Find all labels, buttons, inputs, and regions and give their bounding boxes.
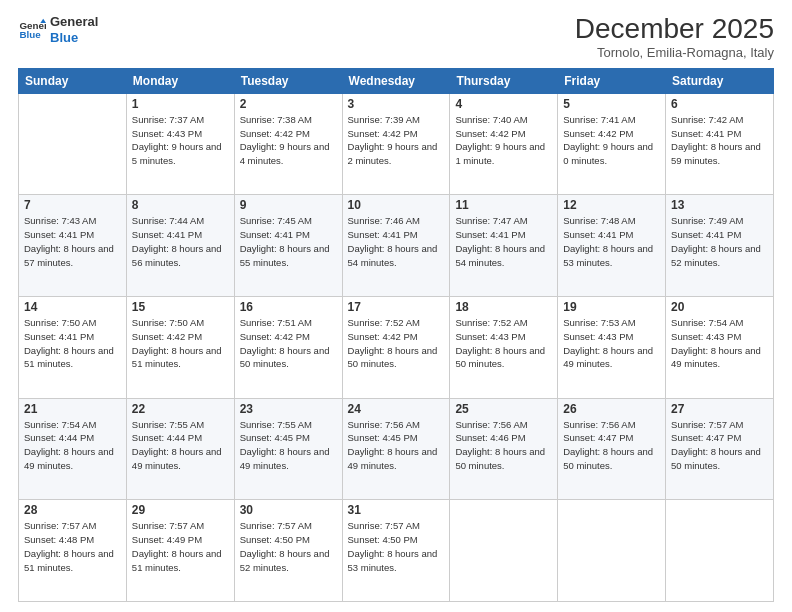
week-row-5: 28Sunrise: 7:57 AMSunset: 4:48 PMDayligh…	[19, 500, 774, 602]
day-cell: 2Sunrise: 7:38 AMSunset: 4:42 PMDaylight…	[234, 93, 342, 195]
calendar-table: SundayMondayTuesdayWednesdayThursdayFrid…	[18, 68, 774, 602]
day-cell: 25Sunrise: 7:56 AMSunset: 4:46 PMDayligh…	[450, 398, 558, 500]
day-number: 13	[671, 198, 768, 212]
day-cell: 6Sunrise: 7:42 AMSunset: 4:41 PMDaylight…	[666, 93, 774, 195]
day-cell: 15Sunrise: 7:50 AMSunset: 4:42 PMDayligh…	[126, 297, 234, 399]
header-wednesday: Wednesday	[342, 68, 450, 93]
day-info: Sunrise: 7:55 AMSunset: 4:44 PMDaylight:…	[132, 418, 229, 473]
day-cell	[558, 500, 666, 602]
day-cell: 4Sunrise: 7:40 AMSunset: 4:42 PMDaylight…	[450, 93, 558, 195]
page: General Blue General Blue December 2025 …	[0, 0, 792, 612]
week-row-1: 1Sunrise: 7:37 AMSunset: 4:43 PMDaylight…	[19, 93, 774, 195]
day-number: 5	[563, 97, 660, 111]
day-info: Sunrise: 7:40 AMSunset: 4:42 PMDaylight:…	[455, 113, 552, 168]
day-number: 24	[348, 402, 445, 416]
day-info: Sunrise: 7:37 AMSunset: 4:43 PMDaylight:…	[132, 113, 229, 168]
day-info: Sunrise: 7:56 AMSunset: 4:45 PMDaylight:…	[348, 418, 445, 473]
day-info: Sunrise: 7:57 AMSunset: 4:48 PMDaylight:…	[24, 519, 121, 574]
day-cell: 31Sunrise: 7:57 AMSunset: 4:50 PMDayligh…	[342, 500, 450, 602]
day-number: 31	[348, 503, 445, 517]
week-row-2: 7Sunrise: 7:43 AMSunset: 4:41 PMDaylight…	[19, 195, 774, 297]
day-number: 3	[348, 97, 445, 111]
day-cell: 18Sunrise: 7:52 AMSunset: 4:43 PMDayligh…	[450, 297, 558, 399]
day-info: Sunrise: 7:48 AMSunset: 4:41 PMDaylight:…	[563, 214, 660, 269]
day-cell: 12Sunrise: 7:48 AMSunset: 4:41 PMDayligh…	[558, 195, 666, 297]
day-info: Sunrise: 7:52 AMSunset: 4:43 PMDaylight:…	[455, 316, 552, 371]
day-cell: 3Sunrise: 7:39 AMSunset: 4:42 PMDaylight…	[342, 93, 450, 195]
day-number: 11	[455, 198, 552, 212]
day-number: 20	[671, 300, 768, 314]
day-info: Sunrise: 7:57 AMSunset: 4:49 PMDaylight:…	[132, 519, 229, 574]
day-cell: 1Sunrise: 7:37 AMSunset: 4:43 PMDaylight…	[126, 93, 234, 195]
day-info: Sunrise: 7:44 AMSunset: 4:41 PMDaylight:…	[132, 214, 229, 269]
day-cell: 19Sunrise: 7:53 AMSunset: 4:43 PMDayligh…	[558, 297, 666, 399]
day-info: Sunrise: 7:43 AMSunset: 4:41 PMDaylight:…	[24, 214, 121, 269]
day-number: 15	[132, 300, 229, 314]
day-cell	[19, 93, 127, 195]
day-cell	[450, 500, 558, 602]
day-cell: 24Sunrise: 7:56 AMSunset: 4:45 PMDayligh…	[342, 398, 450, 500]
day-cell: 30Sunrise: 7:57 AMSunset: 4:50 PMDayligh…	[234, 500, 342, 602]
day-info: Sunrise: 7:57 AMSunset: 4:50 PMDaylight:…	[240, 519, 337, 574]
day-number: 7	[24, 198, 121, 212]
day-cell: 29Sunrise: 7:57 AMSunset: 4:49 PMDayligh…	[126, 500, 234, 602]
logo-general: General	[50, 14, 98, 30]
day-number: 4	[455, 97, 552, 111]
day-number: 21	[24, 402, 121, 416]
day-info: Sunrise: 7:54 AMSunset: 4:43 PMDaylight:…	[671, 316, 768, 371]
day-number: 1	[132, 97, 229, 111]
day-info: Sunrise: 7:52 AMSunset: 4:42 PMDaylight:…	[348, 316, 445, 371]
logo-blue: Blue	[50, 30, 98, 46]
location: Tornolo, Emilia-Romagna, Italy	[575, 45, 774, 60]
day-number: 6	[671, 97, 768, 111]
day-number: 14	[24, 300, 121, 314]
day-cell: 16Sunrise: 7:51 AMSunset: 4:42 PMDayligh…	[234, 297, 342, 399]
day-number: 17	[348, 300, 445, 314]
day-info: Sunrise: 7:50 AMSunset: 4:41 PMDaylight:…	[24, 316, 121, 371]
day-info: Sunrise: 7:55 AMSunset: 4:45 PMDaylight:…	[240, 418, 337, 473]
day-cell: 22Sunrise: 7:55 AMSunset: 4:44 PMDayligh…	[126, 398, 234, 500]
day-info: Sunrise: 7:53 AMSunset: 4:43 PMDaylight:…	[563, 316, 660, 371]
month-title: December 2025	[575, 14, 774, 45]
header-tuesday: Tuesday	[234, 68, 342, 93]
day-cell: 5Sunrise: 7:41 AMSunset: 4:42 PMDaylight…	[558, 93, 666, 195]
day-number: 26	[563, 402, 660, 416]
day-info: Sunrise: 7:42 AMSunset: 4:41 PMDaylight:…	[671, 113, 768, 168]
day-number: 12	[563, 198, 660, 212]
day-info: Sunrise: 7:49 AMSunset: 4:41 PMDaylight:…	[671, 214, 768, 269]
day-info: Sunrise: 7:47 AMSunset: 4:41 PMDaylight:…	[455, 214, 552, 269]
day-info: Sunrise: 7:39 AMSunset: 4:42 PMDaylight:…	[348, 113, 445, 168]
week-row-4: 21Sunrise: 7:54 AMSunset: 4:44 PMDayligh…	[19, 398, 774, 500]
header-monday: Monday	[126, 68, 234, 93]
header-saturday: Saturday	[666, 68, 774, 93]
day-number: 10	[348, 198, 445, 212]
day-number: 2	[240, 97, 337, 111]
day-number: 18	[455, 300, 552, 314]
day-cell: 17Sunrise: 7:52 AMSunset: 4:42 PMDayligh…	[342, 297, 450, 399]
header-friday: Friday	[558, 68, 666, 93]
day-number: 23	[240, 402, 337, 416]
day-number: 27	[671, 402, 768, 416]
day-cell: 8Sunrise: 7:44 AMSunset: 4:41 PMDaylight…	[126, 195, 234, 297]
header: General Blue General Blue December 2025 …	[18, 14, 774, 60]
day-cell: 7Sunrise: 7:43 AMSunset: 4:41 PMDaylight…	[19, 195, 127, 297]
logo: General Blue General Blue	[18, 14, 98, 45]
day-cell: 20Sunrise: 7:54 AMSunset: 4:43 PMDayligh…	[666, 297, 774, 399]
day-number: 22	[132, 402, 229, 416]
day-number: 29	[132, 503, 229, 517]
day-cell: 13Sunrise: 7:49 AMSunset: 4:41 PMDayligh…	[666, 195, 774, 297]
day-info: Sunrise: 7:57 AMSunset: 4:50 PMDaylight:…	[348, 519, 445, 574]
day-info: Sunrise: 7:38 AMSunset: 4:42 PMDaylight:…	[240, 113, 337, 168]
day-cell: 10Sunrise: 7:46 AMSunset: 4:41 PMDayligh…	[342, 195, 450, 297]
day-info: Sunrise: 7:56 AMSunset: 4:46 PMDaylight:…	[455, 418, 552, 473]
day-cell: 9Sunrise: 7:45 AMSunset: 4:41 PMDaylight…	[234, 195, 342, 297]
day-number: 28	[24, 503, 121, 517]
calendar-header-row: SundayMondayTuesdayWednesdayThursdayFrid…	[19, 68, 774, 93]
day-number: 30	[240, 503, 337, 517]
day-cell	[666, 500, 774, 602]
day-cell: 26Sunrise: 7:56 AMSunset: 4:47 PMDayligh…	[558, 398, 666, 500]
day-cell: 14Sunrise: 7:50 AMSunset: 4:41 PMDayligh…	[19, 297, 127, 399]
day-cell: 11Sunrise: 7:47 AMSunset: 4:41 PMDayligh…	[450, 195, 558, 297]
day-info: Sunrise: 7:45 AMSunset: 4:41 PMDaylight:…	[240, 214, 337, 269]
day-number: 25	[455, 402, 552, 416]
